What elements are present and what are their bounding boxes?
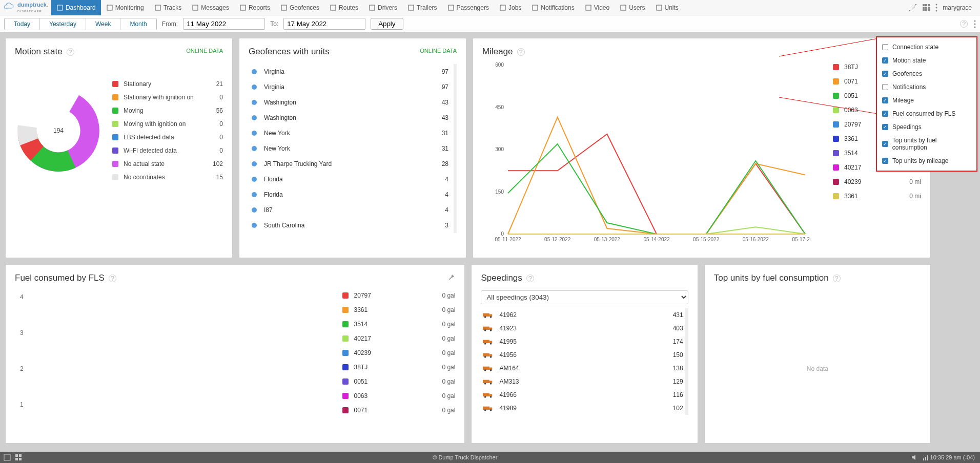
footer-fullscreen-icon[interactable] <box>3 453 11 461</box>
widget-selector-menu[interactable]: Connection state✓Motion state✓GeofencesN… <box>876 37 977 171</box>
widget-toggle-item[interactable]: ✓Speedings <box>882 120 971 134</box>
footer-grid-icon[interactable] <box>14 453 23 461</box>
geofence-row[interactable]: I874 <box>249 202 454 218</box>
nav-drivers[interactable]: Drivers <box>363 0 402 15</box>
checkbox-icon[interactable]: ✓ <box>882 141 888 147</box>
subbar-more-icon[interactable] <box>974 20 976 28</box>
geofence-row[interactable]: New York31 <box>249 125 454 141</box>
geofence-row[interactable]: Virginia97 <box>249 64 454 79</box>
ruler-tool-icon[interactable] <box>909 4 917 12</box>
speeding-row[interactable]: 41962431 <box>481 308 685 322</box>
widget-toggle-item[interactable]: ✓Top units by fuel consumption <box>882 134 971 154</box>
motion-legend-item[interactable]: Wi-Fi detected data0 <box>112 144 223 157</box>
checkbox-icon[interactable]: ✓ <box>882 158 888 164</box>
time-tab-yesterday[interactable]: Yesterday <box>40 18 86 30</box>
speeding-row[interactable]: 41995174 <box>481 335 685 348</box>
footer-sound-icon[interactable] <box>911 453 919 461</box>
nav-icon <box>280 4 288 11</box>
geofence-row[interactable]: JR Tharpe Trucking Yard28 <box>249 156 454 172</box>
nav-jobs[interactable]: Jobs <box>494 0 526 15</box>
nav-trailers[interactable]: Trailers <box>402 0 442 15</box>
nav-tracks[interactable]: Tracks <box>149 0 187 15</box>
geofence-row[interactable]: South Carolina3 <box>249 218 454 233</box>
info-icon[interactable]: ? <box>67 48 74 56</box>
motion-legend-item[interactable]: Stationary with ignition on0 <box>112 91 223 104</box>
mileage-legend-item[interactable]: 33610 mi <box>833 189 921 203</box>
checkbox-icon[interactable]: ✓ <box>882 124 888 130</box>
nav-monitoring[interactable]: Monitoring <box>101 0 149 15</box>
widget-toggle-item[interactable]: ✓Mileage <box>882 94 971 107</box>
checkbox-icon[interactable]: ✓ <box>882 71 888 77</box>
motion-legend-item[interactable]: Moving with ignition on0 <box>112 117 223 131</box>
geofence-row[interactable]: Florida4 <box>249 172 454 187</box>
speeding-row[interactable]: 41989102 <box>481 402 685 415</box>
nav-messages[interactable]: Messages <box>187 0 234 15</box>
motion-legend-item[interactable]: Moving56 <box>112 104 223 117</box>
to-date-input[interactable] <box>283 18 365 30</box>
widget-toggle-item[interactable]: Connection state <box>882 40 971 54</box>
fuel-legend-item[interactable]: 00710 gal <box>342 403 455 417</box>
info-icon[interactable]: ? <box>517 48 525 56</box>
widget-toggle-item[interactable]: ✓Fuel consumed by FLS <box>882 107 971 120</box>
nav-geofences[interactable]: Geofences <box>275 0 324 15</box>
time-tab-month[interactable]: Month <box>120 18 156 30</box>
geofences-list[interactable]: Virginia97Virginia97Washington43Washingt… <box>249 64 457 233</box>
nav-dashboard[interactable]: Dashboard <box>51 0 101 15</box>
fuel-legend-item[interactable]: 00510 gal <box>342 374 455 389</box>
checkbox-icon[interactable] <box>882 44 888 50</box>
mileage-legend-item[interactable]: 402390 mi <box>833 175 921 189</box>
help-icon[interactable]: ? <box>960 20 968 28</box>
brand-logo[interactable]: dumptruck. DISPATCHER <box>3 2 51 13</box>
fuel-legend-item[interactable]: 00630 gal <box>342 389 455 403</box>
checkbox-icon[interactable]: ✓ <box>882 57 888 64</box>
geofence-row[interactable]: Florida4 <box>249 187 454 202</box>
nav-reports[interactable]: Reports <box>234 0 275 15</box>
nav-units[interactable]: Units <box>650 0 684 15</box>
username-label[interactable]: marygrace <box>943 4 972 11</box>
footer-signal-icon[interactable] <box>922 453 930 461</box>
nav-video[interactable]: Video <box>580 0 615 15</box>
motion-legend-item[interactable]: No actual state102 <box>112 157 223 171</box>
geofence-row[interactable]: New York31 <box>249 141 454 156</box>
fuel-legend-item[interactable]: 207970 gal <box>342 288 455 303</box>
top-more-icon[interactable] <box>935 4 937 12</box>
widget-toggle-item[interactable]: Notifications <box>882 80 971 94</box>
nav-users[interactable]: Users <box>615 0 650 15</box>
settings-wrench-icon[interactable] <box>448 274 455 283</box>
speeding-row[interactable]: AM313129 <box>481 375 685 388</box>
motion-legend-item[interactable]: Stationary21 <box>112 77 223 91</box>
speeding-row[interactable]: 41956150 <box>481 348 685 362</box>
speeding-row[interactable]: AM164138 <box>481 362 685 375</box>
widget-toggle-item[interactable]: ✓Motion state <box>882 54 971 67</box>
fuel-legend-item[interactable]: 35140 gal <box>342 317 455 331</box>
speeding-row[interactable]: 41966116 <box>481 388 685 402</box>
widget-toggle-item[interactable]: ✓Top units by mileage <box>882 154 971 167</box>
nav-notifications[interactable]: Notifications <box>526 0 579 15</box>
fuel-legend-item[interactable]: 402170 gal <box>342 331 455 346</box>
motion-legend-item[interactable]: LBS detected data0 <box>112 131 223 144</box>
speeding-row[interactable]: 41923403 <box>481 322 685 335</box>
info-icon[interactable]: ? <box>526 275 534 282</box>
nav-passengers[interactable]: Passengers <box>442 0 494 15</box>
checkbox-icon[interactable]: ✓ <box>882 97 888 103</box>
checkbox-icon[interactable] <box>882 84 888 90</box>
fuel-legend-item[interactable]: 38TJ0 gal <box>342 360 455 374</box>
info-icon[interactable]: ? <box>833 275 841 282</box>
motion-legend-item[interactable]: No coordinates15 <box>112 171 223 184</box>
geofence-row[interactable]: Washington43 <box>249 95 454 110</box>
geofence-row[interactable]: Virginia97 <box>249 79 454 95</box>
widget-toggle-item[interactable]: ✓Geofences <box>882 67 971 80</box>
fuel-legend-item[interactable]: 33610 gal <box>342 303 455 317</box>
fuel-legend-item[interactable]: 402390 gal <box>342 346 455 360</box>
apps-grid-icon[interactable] <box>922 4 930 12</box>
info-icon[interactable]: ? <box>109 275 116 282</box>
speedings-list[interactable]: 41962431419234034199517441956150AM164138… <box>481 308 688 415</box>
apply-button[interactable]: Apply <box>371 18 403 30</box>
time-tab-week[interactable]: Week <box>86 18 120 30</box>
geofence-row[interactable]: Washington43 <box>249 110 454 125</box>
from-date-input[interactable] <box>183 18 265 30</box>
nav-routes[interactable]: Routes <box>324 0 363 15</box>
checkbox-icon[interactable]: ✓ <box>882 111 888 117</box>
time-tab-today[interactable]: Today <box>5 18 40 30</box>
speedings-select[interactable]: All speedings (3043) <box>481 290 688 304</box>
